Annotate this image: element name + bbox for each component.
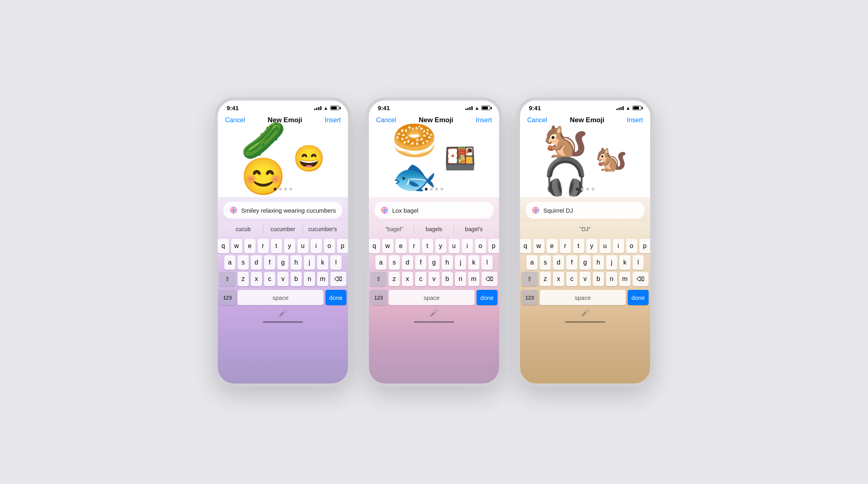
key-j-1[interactable]: j [304,255,315,270]
key-j-3[interactable]: j [606,255,617,270]
key-u-1[interactable]: u [297,239,309,253]
emoji-main-3[interactable]: 🐿️🎧 [543,136,588,180]
key-k-1[interactable]: k [317,255,328,270]
key-done-1[interactable]: done [326,290,346,305]
key-123-1[interactable]: 123 [219,290,235,305]
key-q-2[interactable]: q [369,239,380,253]
key-z-1[interactable]: z [237,272,249,286]
key-r-2[interactable]: r [409,239,420,253]
input-text-3[interactable]: Squirrel DJ [543,207,639,214]
key-t-1[interactable]: t [271,239,282,253]
text-input-3[interactable]: Squirrel DJ [526,202,645,219]
key-t-3[interactable]: t [573,239,584,253]
key-m-3[interactable]: m [619,272,631,286]
key-shift-2[interactable]: ⇧ [371,272,387,286]
key-b-2[interactable]: b [442,272,453,286]
key-o-2[interactable]: o [475,239,486,253]
key-f-3[interactable]: f [566,255,577,270]
emoji-main-1[interactable]: 🥒😊 [241,136,285,180]
key-x-2[interactable]: x [402,272,413,286]
key-v-3[interactable]: v [579,272,591,286]
key-h-1[interactable]: h [291,255,302,270]
key-w-3[interactable]: w [533,239,545,253]
key-delete-3[interactable]: ⌫ [633,272,649,286]
input-text-2[interactable]: Lox bagel [392,207,488,214]
key-delete-1[interactable]: ⌫ [330,272,346,286]
key-d-2[interactable]: d [402,255,413,270]
key-p-3[interactable]: p [639,239,651,253]
key-v-2[interactable]: v [428,272,440,286]
key-n-2[interactable]: n [455,272,466,286]
key-n-1[interactable]: n [304,272,315,286]
key-done-2[interactable]: done [477,290,497,305]
key-z-2[interactable]: z [389,272,400,286]
key-f-1[interactable]: f [264,255,275,270]
insert-button-1[interactable]: Insert [325,117,341,124]
key-m-1[interactable]: m [317,272,328,286]
autocomplete-word-1a[interactable]: cucub [223,224,263,234]
key-n-3[interactable]: n [606,272,617,286]
key-w-1[interactable]: w [231,239,242,253]
key-c-3[interactable]: c [566,272,577,286]
key-space-2[interactable]: space [389,290,475,305]
key-k-3[interactable]: k [619,255,631,270]
key-d-1[interactable]: d [251,255,262,270]
key-c-1[interactable]: c [264,272,275,286]
key-c-2[interactable]: c [415,272,426,286]
input-text-1[interactable]: Smiley relaxing wearing cucumbers [241,207,337,214]
key-g-1[interactable]: g [277,255,289,270]
key-b-3[interactable]: b [593,272,604,286]
emoji-alt-3[interactable]: 🐿️ [596,143,627,174]
key-space-3[interactable]: space [540,290,626,305]
key-123-2[interactable]: 123 [371,290,387,305]
key-s-2[interactable]: s [389,255,400,270]
key-e-3[interactable]: e [547,239,558,253]
key-l-2[interactable]: l [481,255,493,270]
key-a-3[interactable]: a [526,255,538,270]
emoji-alt-2[interactable]: 🍱 [444,143,476,174]
key-u-3[interactable]: u [600,239,611,253]
key-delete-2[interactable]: ⌫ [481,272,497,286]
key-done-3[interactable]: done [628,290,649,305]
key-o-3[interactable]: o [626,239,637,253]
autocomplete-word-2b[interactable]: bagels [414,224,454,234]
key-y-2[interactable]: y [435,239,446,253]
key-v-1[interactable]: v [277,272,289,286]
key-d-3[interactable]: d [553,255,564,270]
insert-button-3[interactable]: Insert [627,117,643,124]
key-h-2[interactable]: h [442,255,453,270]
key-j-2[interactable]: j [455,255,466,270]
mic-icon-1[interactable]: 🎤 [278,308,287,317]
key-h-3[interactable]: h [593,255,604,270]
key-a-1[interactable]: a [224,255,235,270]
autocomplete-word-2a[interactable]: "bagel" [375,224,414,234]
key-f-2[interactable]: f [415,255,426,270]
key-e-1[interactable]: e [244,239,256,253]
key-l-1[interactable]: l [330,255,342,270]
key-r-3[interactable]: r [560,239,571,253]
key-z-3[interactable]: z [540,272,551,286]
key-a-2[interactable]: a [375,255,387,270]
key-i-1[interactable]: i [311,239,322,253]
key-b-1[interactable]: b [291,272,302,286]
key-y-1[interactable]: y [284,239,295,253]
key-u-2[interactable]: u [448,239,460,253]
key-q-3[interactable]: q [520,239,531,253]
insert-button-2[interactable]: Insert [476,117,492,124]
key-i-2[interactable]: i [462,239,473,253]
key-g-3[interactable]: g [579,255,591,270]
key-o-1[interactable]: o [324,239,335,253]
autocomplete-word-2c[interactable]: bagel's [454,224,493,234]
key-s-3[interactable]: s [540,255,551,270]
key-x-1[interactable]: x [251,272,262,286]
mic-icon-2[interactable]: 🎤 [430,308,438,317]
key-p-2[interactable]: p [488,239,500,253]
key-m-2[interactable]: m [468,272,479,286]
key-e-2[interactable]: e [395,239,407,253]
key-t-2[interactable]: t [422,239,433,253]
key-g-2[interactable]: g [428,255,440,270]
text-input-1[interactable]: Smiley relaxing wearing cucumbers [223,202,342,219]
key-x-3[interactable]: x [553,272,564,286]
emoji-main-2[interactable]: 🥯🐟 [392,136,436,180]
emoji-alt-1[interactable]: 😄 [293,143,325,174]
